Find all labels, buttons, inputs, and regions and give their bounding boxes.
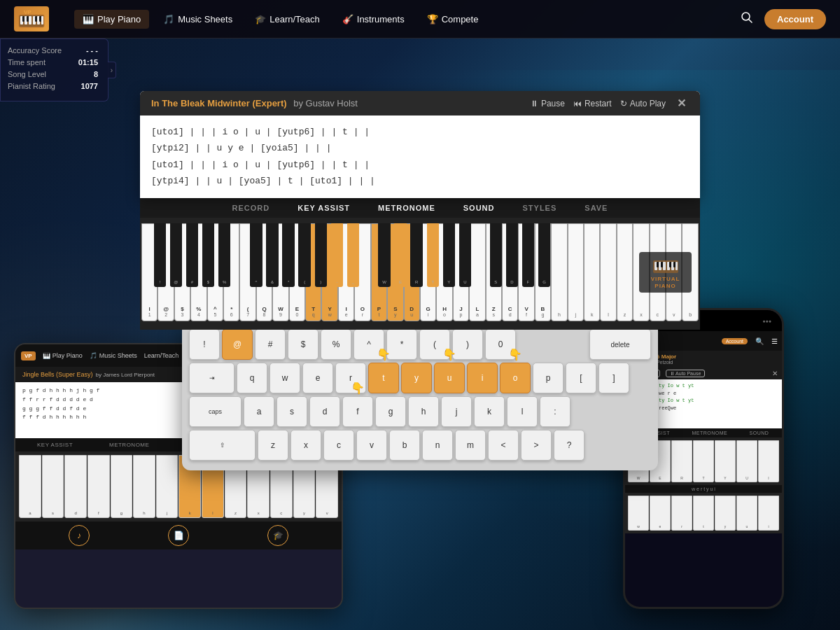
key-slash[interactable]: ? xyxy=(554,430,584,461)
piano-black-key-4[interactable]: % xyxy=(218,223,231,287)
key-n[interactable]: n xyxy=(422,430,453,461)
piano-white-key-27[interactable]: k xyxy=(584,223,600,321)
piano-black-key-18[interactable]: S xyxy=(490,223,503,287)
piano-black-key-9[interactable]: ) xyxy=(315,223,328,287)
autoplay-button[interactable]: ↻ Auto Play xyxy=(620,99,666,108)
key-a[interactable]: a xyxy=(244,396,274,427)
piano-white-key-28[interactable]: l xyxy=(600,223,616,321)
tablet-white-key-0[interactable]: a xyxy=(19,455,41,518)
piano-black-key-6[interactable]: & xyxy=(266,223,279,287)
toolbar-key-assist[interactable]: KEY ASSIST xyxy=(298,204,350,212)
score-expand-button[interactable]: › xyxy=(108,62,116,78)
piano-black-key-8[interactable]: ( xyxy=(298,223,311,287)
key-8[interactable]: ) xyxy=(452,329,483,360)
phone-white-key-5[interactable]: U xyxy=(736,440,757,482)
phone-menu-button[interactable]: ☰ xyxy=(771,337,778,345)
phone-white-key-2-5[interactable]: u xyxy=(736,496,757,531)
phone-white-key-2-6[interactable]: i xyxy=(758,496,779,531)
nav-learn-teach[interactable]: 🎓 Learn/Teach xyxy=(246,10,328,29)
nav-music-sheets[interactable]: 🎵 Music Sheets xyxy=(155,10,241,29)
tablet-nav-learn[interactable]: Learn/Teach xyxy=(144,352,179,359)
piano-black-key-20[interactable]: F xyxy=(522,223,535,287)
search-button[interactable] xyxy=(738,8,756,29)
key-t[interactable]: 👇 t xyxy=(368,363,399,393)
key-d[interactable]: d xyxy=(309,396,340,427)
phone-autopause-button[interactable]: ⏸ Auto Pause xyxy=(666,370,706,377)
key-comma[interactable]: < xyxy=(488,430,519,461)
piano-black-key-14[interactable]: R xyxy=(410,223,423,287)
key-q[interactable]: q xyxy=(237,363,267,393)
key-z[interactable]: z xyxy=(258,430,288,461)
account-button[interactable]: Account xyxy=(764,9,826,29)
tablet-bottom-learn-icon[interactable]: 🎓 xyxy=(267,525,288,546)
key-p[interactable]: p xyxy=(533,363,564,393)
piano-black-key-5[interactable]: ^ xyxy=(250,223,262,287)
tablet-nav-play[interactable]: 🎹 Play Piano xyxy=(43,352,83,359)
key-2[interactable]: # xyxy=(255,329,286,360)
tablet-bottom-music-icon[interactable]: ♪ xyxy=(69,525,90,546)
tablet-bottom-sheets-icon[interactable]: 📄 xyxy=(168,525,189,546)
piano-black-key-3[interactable]: $ xyxy=(202,223,215,287)
tablet-white-key-2[interactable]: d xyxy=(64,455,87,518)
key-u[interactable]: 👇 u xyxy=(434,363,465,393)
key-v[interactable]: v xyxy=(356,430,387,461)
key-j[interactable]: j xyxy=(441,396,472,427)
key-period[interactable]: > xyxy=(521,430,552,461)
key-c[interactable]: c xyxy=(323,430,354,461)
phone-white-key-2-3[interactable]: t xyxy=(693,496,714,531)
key-caps[interactable]: caps xyxy=(189,396,241,427)
piano-white-key-26[interactable]: j xyxy=(568,223,584,321)
key-w[interactable]: w xyxy=(270,363,300,393)
restart-button[interactable]: ⏮ Restart xyxy=(573,99,612,108)
phone-white-key-4[interactable]: Y xyxy=(715,440,736,482)
nav-compete[interactable]: 🏆 Compete xyxy=(419,10,487,29)
tablet-white-key-4[interactable]: g xyxy=(111,455,133,518)
piano-white-key-20[interactable]: La xyxy=(469,223,485,321)
tablet-toolbar-metronome[interactable]: METRONOME xyxy=(109,442,149,448)
piano-black-key-17[interactable]: U xyxy=(459,223,472,287)
toolbar-styles[interactable]: STYLES xyxy=(523,204,557,212)
key-shift-l[interactable]: ⇧ xyxy=(189,430,255,461)
key-g[interactable]: g xyxy=(375,396,406,427)
tablet-white-key-3[interactable]: f xyxy=(88,455,110,518)
tablet-white-key-5[interactable]: h xyxy=(133,455,155,518)
tablet-white-key-6[interactable]: j xyxy=(156,455,178,518)
key-y[interactable]: y xyxy=(401,363,432,393)
phone-white-key-2-2[interactable]: r xyxy=(671,496,692,531)
key-k[interactable]: k xyxy=(474,396,505,427)
piano-black-key-2[interactable]: # xyxy=(186,223,199,287)
piano-black-key-1[interactable]: @ xyxy=(170,223,183,287)
tablet-nav-music[interactable]: 🎵 Music Sheets xyxy=(90,352,137,359)
piano-black-key-0[interactable]: ! xyxy=(154,223,167,287)
piano-black-key-15[interactable]: T xyxy=(427,223,440,287)
key-b[interactable]: b xyxy=(389,430,420,461)
tablet-toolbar-key-assist[interactable]: KEY ASSIST xyxy=(37,442,73,448)
key-backtick[interactable]: 🖐 ! xyxy=(189,329,220,360)
key-semicolon[interactable]: : xyxy=(540,396,570,427)
phone-white-key-3[interactable]: T xyxy=(693,440,714,482)
nav-play-piano[interactable]: 🎹 Play Piano xyxy=(74,10,149,29)
key-x[interactable]: x xyxy=(290,430,321,461)
key-l[interactable]: l xyxy=(507,396,538,427)
phone-white-key-2-1[interactable]: e xyxy=(650,496,671,531)
piano-black-key-16[interactable]: Y xyxy=(443,223,456,287)
toolbar-sound[interactable]: SOUND xyxy=(463,204,495,212)
phone-white-key-2[interactable]: R xyxy=(671,440,692,482)
key-6[interactable]: * xyxy=(386,329,417,360)
key-h[interactable]: h xyxy=(408,396,439,427)
close-button[interactable]: ✕ xyxy=(674,97,689,110)
key-1[interactable]: 👇 @ xyxy=(222,329,253,360)
key-3[interactable]: $ xyxy=(288,329,318,360)
piano-black-key-19[interactable]: D xyxy=(506,223,519,287)
phone-white-key-2-4[interactable]: y xyxy=(715,496,736,531)
piano-black-key-21[interactable]: G xyxy=(538,223,551,287)
key-tab[interactable]: ⇥ xyxy=(189,363,234,393)
key-s[interactable]: s xyxy=(276,396,307,427)
phone-sheet-close[interactable]: ✕ xyxy=(772,370,778,377)
key-4[interactable]: % xyxy=(321,329,351,360)
piano-black-key-7[interactable]: * xyxy=(282,223,295,287)
toolbar-record[interactable]: RECORD xyxy=(232,204,270,212)
pause-button[interactable]: ⏸ Pause xyxy=(530,99,565,108)
toolbar-save[interactable]: SAVE xyxy=(584,204,608,212)
piano-white-key-29[interactable]: z xyxy=(617,223,633,321)
